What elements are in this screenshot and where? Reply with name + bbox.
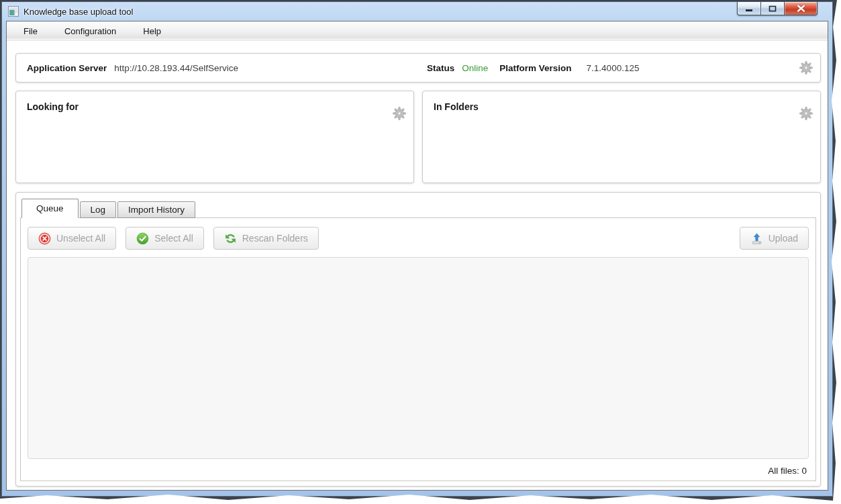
content-area: Application Server http://10.28.193.44/S… xyxy=(7,41,828,490)
platform-version-value: 7.1.4000.125 xyxy=(587,63,640,73)
rescan-folders-label: Rescan Folders xyxy=(242,233,308,244)
queue-tab-page: Unselect All xyxy=(20,217,816,481)
application-server-label: Application Server xyxy=(27,63,107,73)
server-info-panel: Application Server http://10.28.193.44/S… xyxy=(15,53,821,83)
maximize-icon xyxy=(769,5,777,12)
application-server-value: http://10.28.193.44/SelfService xyxy=(114,63,238,73)
green-circle-check-icon xyxy=(136,232,149,245)
status-label: Status xyxy=(427,63,454,73)
tab-log[interactable]: Log xyxy=(80,201,117,218)
close-button[interactable] xyxy=(785,2,818,15)
green-refresh-arrows-icon xyxy=(224,232,237,245)
close-icon xyxy=(797,5,805,12)
all-files-count: 0 xyxy=(801,466,807,476)
platform-version-label: Platform Version xyxy=(499,63,571,73)
looking-for-panel: Looking for xyxy=(15,91,414,183)
red-circle-cross-icon xyxy=(38,232,51,245)
unselect-all-label: Unselect All xyxy=(56,233,105,244)
title-bar[interactable]: Knowledge base upload tool xyxy=(2,2,832,21)
upload-button[interactable]: Upload xyxy=(740,227,809,250)
file-queue-list[interactable] xyxy=(28,257,809,459)
torn-screenshot-edge: Knowledge base upload tool xyxy=(0,0,837,501)
select-all-button[interactable]: Select All xyxy=(126,227,204,250)
queue-section: Queue Log Import History xyxy=(15,192,821,487)
tab-import-history[interactable]: Import History xyxy=(117,201,195,218)
app-window: Knowledge base upload tool xyxy=(1,1,833,497)
menu-help[interactable]: Help xyxy=(136,23,168,40)
maximize-button[interactable] xyxy=(761,2,785,15)
blue-upload-arrow-icon xyxy=(750,232,763,245)
client-area: File Configuration Help Application Serv… xyxy=(6,21,828,491)
menu-bar: File Configuration Help xyxy=(7,21,828,41)
all-files-status: All files: 0 xyxy=(768,466,807,476)
in-folders-title: In Folders xyxy=(434,101,809,112)
app-icon xyxy=(8,6,19,17)
minimize-button[interactable] xyxy=(737,2,761,15)
select-all-label: Select All xyxy=(154,233,193,244)
tab-queue[interactable]: Queue xyxy=(21,199,79,218)
window-controls xyxy=(737,2,818,15)
screenshot: Knowledge base upload tool xyxy=(0,0,841,504)
tab-strip: Queue Log Import History xyxy=(21,199,197,217)
minimize-icon xyxy=(745,5,753,12)
server-settings-gear-icon[interactable] xyxy=(799,60,813,75)
unselect-all-button[interactable]: Unselect All xyxy=(28,227,116,250)
status-value: Online xyxy=(462,63,488,73)
rescan-folders-button[interactable]: Rescan Folders xyxy=(213,227,319,250)
in-folders-panel: In Folders xyxy=(422,91,821,183)
looking-for-title: Looking for xyxy=(27,101,403,112)
looking-for-settings-gear-icon[interactable] xyxy=(392,106,407,121)
menu-file[interactable]: File xyxy=(16,23,45,40)
all-files-label: All files: xyxy=(768,466,799,476)
filter-panels-row: Looking for In Folders xyxy=(15,91,821,183)
queue-toolbar: Unselect All xyxy=(28,226,809,250)
upload-label: Upload xyxy=(769,233,798,244)
in-folders-settings-gear-icon[interactable] xyxy=(799,106,813,121)
window-title: Knowledge base upload tool xyxy=(23,7,133,17)
status-group: Status Online Platform Version 7.1.4000.… xyxy=(427,63,639,73)
menu-configuration[interactable]: Configuration xyxy=(57,23,123,40)
